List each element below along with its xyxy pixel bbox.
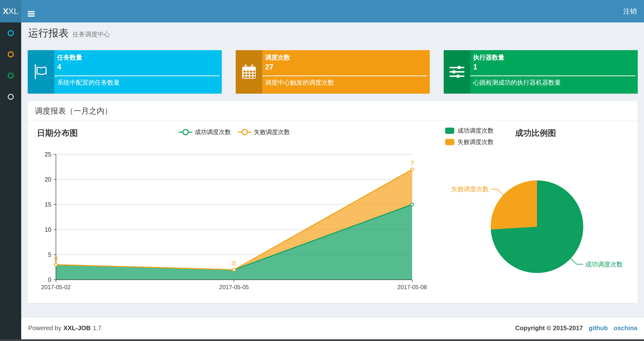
sidebar xyxy=(0,23,21,341)
circle-o-icon xyxy=(8,51,14,57)
stat-card-desc: 心跳检测成功的执行器机器数量 xyxy=(473,78,561,87)
product-name: XXL-JOB xyxy=(64,324,90,331)
copyright-text: Copyright © 2015-2017 xyxy=(515,324,583,331)
circle-o-icon xyxy=(8,94,14,100)
stat-card-body: 执行器数量 1 心跳检测成功的执行器机器数量 xyxy=(470,50,638,94)
svg-text:2017-05-08: 2017-05-08 xyxy=(398,284,427,290)
stat-card-body: 任务数量 4 系统中配置的任务数量 xyxy=(54,50,222,94)
divider xyxy=(262,76,427,76)
swatch-icon xyxy=(445,128,454,134)
sidebar-item-1[interactable] xyxy=(0,23,21,44)
circle-o-icon xyxy=(8,30,14,36)
top-navbar: XXL 注销 xyxy=(0,0,644,23)
sliders-icon xyxy=(444,50,470,94)
stat-card-body: 调度次数 27 调度中心触发的调度次数 xyxy=(262,50,430,94)
svg-text:2017-05-02: 2017-05-02 xyxy=(41,284,71,290)
flag-icon xyxy=(28,50,54,94)
legend-item-success[interactable]: 成功调度次数 xyxy=(445,127,494,135)
svg-text:0: 0 xyxy=(232,260,236,267)
stat-card-value: 4 xyxy=(57,62,218,72)
legend-item-fail[interactable]: 失败调度次数 xyxy=(445,138,494,146)
hamburger-icon xyxy=(28,11,42,17)
legend-label: 成功调度次数 xyxy=(458,127,494,135)
sidebar-item-2[interactable] xyxy=(0,44,21,65)
sidebar-item-3[interactable] xyxy=(0,65,21,86)
stat-card-executors: 执行器数量 1 心跳检测成功的执行器机器数量 xyxy=(444,50,638,94)
svg-text:0: 0 xyxy=(54,255,58,262)
stat-card-desc: 调度中心触发的调度次数 xyxy=(265,78,334,87)
svg-text:失败调度次数: 失败调度次数 xyxy=(451,185,489,193)
app-logo[interactable]: XXL xyxy=(0,0,21,23)
stat-cards-row: 任务数量 4 系统中配置的任务数量 xyxy=(28,50,638,94)
stat-card-value: 27 xyxy=(265,62,426,72)
svg-text:15: 15 xyxy=(44,201,51,208)
divider xyxy=(470,76,635,76)
page-title: 运行报表 xyxy=(28,27,69,39)
logo-text: XL xyxy=(8,7,18,16)
svg-text:10: 10 xyxy=(44,226,51,233)
legend-item-success[interactable]: 成功调度次数 xyxy=(178,128,231,136)
page-subtitle: 任务调度中心 xyxy=(72,31,110,38)
charts-canvas[interactable]: 05101520252017-05-022017-05-052017-05-08… xyxy=(28,121,638,302)
stat-card-value: 1 xyxy=(473,62,634,72)
sidebar-toggle-button[interactable] xyxy=(21,0,42,23)
stat-card-title: 执行器数量 xyxy=(473,53,634,62)
divider xyxy=(54,76,219,76)
main-footer: Powered byXXL-JOB1.7 Copyright © 2015-20… xyxy=(21,317,644,339)
line-chart-legend: 成功调度次数 失败调度次数 xyxy=(178,128,290,136)
svg-text:成功调度次数: 成功调度次数 xyxy=(585,261,623,268)
swatch-icon xyxy=(445,139,454,145)
panel-body: 05101520252017-05-022017-05-052017-05-08… xyxy=(28,121,638,302)
circle-o-icon xyxy=(8,73,14,79)
copyright: Copyright © 2015-2017githuboschina xyxy=(515,317,637,339)
stat-card-triggers: 调度次数 27 调度中心触发的调度次数 xyxy=(236,50,430,94)
legend-label: 失败调度次数 xyxy=(254,128,290,136)
github-link[interactable]: github xyxy=(588,324,608,331)
svg-text:2017-05-05: 2017-05-05 xyxy=(219,284,249,290)
line-chart-title: 日期分布图 xyxy=(37,128,78,139)
pie-chart-title: 成功比例图 xyxy=(515,128,556,139)
powered-by-text: Powered by xyxy=(28,324,61,331)
stat-card-desc: 系统中配置的任务数量 xyxy=(57,78,120,87)
logout-link[interactable]: 注销 xyxy=(621,0,639,23)
stat-card-title: 任务数量 xyxy=(57,53,218,62)
svg-text:0: 0 xyxy=(48,276,51,283)
report-panel: 调度报表（一月之内） 05101520252017-05-022017-05-0… xyxy=(28,101,638,303)
line-series-icon xyxy=(178,129,192,135)
svg-text:25: 25 xyxy=(44,151,51,158)
svg-text:5: 5 xyxy=(48,251,51,258)
legend-item-fail[interactable]: 失败调度次数 xyxy=(238,128,290,136)
logo-text-bold: X xyxy=(3,7,8,16)
powered-by: Powered byXXL-JOB1.7 xyxy=(28,317,102,339)
navbar: 注销 xyxy=(21,0,644,23)
panel-title: 调度报表（一月之内） xyxy=(28,101,638,121)
stat-card-jobs: 任务数量 4 系统中配置的任务数量 xyxy=(28,50,222,94)
oschina-link[interactable]: oschina xyxy=(614,324,637,331)
product-version: 1.7 xyxy=(93,324,102,331)
line-series-icon xyxy=(238,129,252,135)
legend-label: 成功调度次数 xyxy=(195,128,231,136)
sidebar-item-4[interactable] xyxy=(0,86,21,107)
xxl-job-dashboard: XXL 注销 运行报表任务调度中心 xyxy=(0,0,644,341)
content-area: 运行报表任务调度中心 任务数量 4 系统中配置的任务数量 xyxy=(21,23,644,317)
stat-card-title: 调度次数 xyxy=(265,53,426,62)
svg-text:7: 7 xyxy=(410,160,414,167)
page-header: 运行报表任务调度中心 xyxy=(28,26,110,40)
calendar-icon xyxy=(236,50,262,94)
legend-label: 失败调度次数 xyxy=(458,138,494,146)
window-bottom-edge xyxy=(0,339,644,341)
svg-text:20: 20 xyxy=(44,176,51,183)
pie-chart-legend: 成功调度次数 失败调度次数 xyxy=(445,127,494,146)
